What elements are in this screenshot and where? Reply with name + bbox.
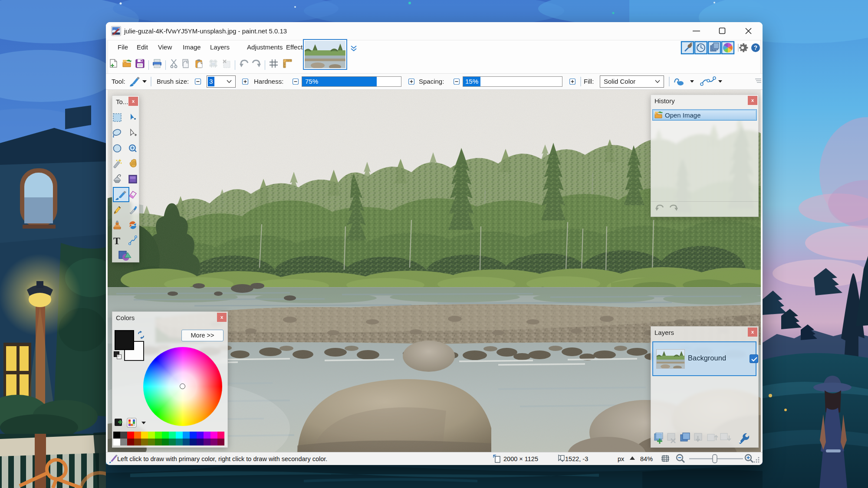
- svg-text:1522, -3: 1522, -3: [565, 455, 588, 462]
- svg-text:T: T: [113, 235, 120, 246]
- svg-text:Hardness:: Hardness:: [254, 78, 283, 85]
- svg-text:75%: 75%: [305, 78, 318, 85]
- svg-text:Solid Color: Solid Color: [604, 78, 635, 85]
- svg-text:Tool:: Tool:: [112, 78, 125, 85]
- svg-text:Spacing:: Spacing:: [419, 78, 444, 85]
- svg-text:Fill:: Fill:: [584, 78, 594, 85]
- svg-text:84%: 84%: [640, 455, 653, 462]
- svg-text:15%: 15%: [465, 78, 478, 85]
- svg-text:Brush size:: Brush size:: [157, 78, 189, 85]
- svg-text:?: ?: [754, 44, 758, 51]
- svg-text:3: 3: [209, 78, 213, 85]
- svg-text:Left click to draw with primar: Left click to draw with primary color, r…: [117, 455, 327, 462]
- svg-text:868 × 488: 868 × 488: [503, 455, 538, 462]
- svg-text:px: px: [618, 455, 625, 462]
